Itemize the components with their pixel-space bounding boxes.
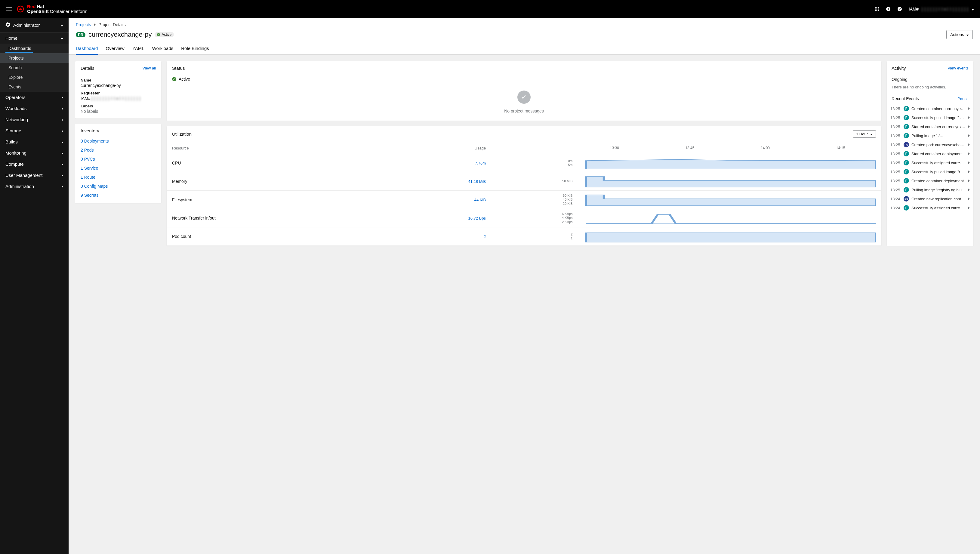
nav-section-networking[interactable]: Networking	[0, 114, 68, 125]
chevron-right-icon	[968, 152, 970, 156]
util-usage[interactable]: 44 KiB	[372, 191, 489, 209]
activity-title: Activity	[892, 65, 906, 71]
view-events-link[interactable]: View events	[948, 66, 969, 70]
breadcrumb: Projects Project Details	[76, 22, 973, 27]
event-row[interactable]: 13:25PSuccessfully pulled image " …	[887, 113, 974, 122]
nav-section-workloads[interactable]: Workloads	[0, 103, 68, 114]
event-message: Created container currencyexcha…	[912, 107, 966, 111]
event-badge: P	[904, 133, 909, 138]
tab-dashboard[interactable]: Dashboard	[76, 43, 98, 54]
sparkline	[577, 230, 876, 242]
tabs: Dashboard Overview YAML Workloads Role B…	[76, 43, 973, 54]
inventory-link[interactable]: 0 PVCs	[81, 157, 156, 161]
util-usage[interactable]: 41.18 MiB	[372, 172, 489, 191]
user-prefix: IAM#	[909, 6, 919, 11]
nav-section-monitoring[interactable]: Monitoring	[0, 147, 68, 159]
nav-item-search[interactable]: Search	[0, 63, 68, 72]
event-time: 13:24	[890, 197, 901, 201]
add-icon[interactable]	[886, 6, 891, 11]
util-resource: Memory	[167, 172, 372, 191]
app-launcher-icon[interactable]	[874, 6, 879, 11]
nav-section-user-management[interactable]: User Management	[0, 170, 68, 181]
inventory-link[interactable]: 2 Pods	[81, 148, 156, 153]
nav-item-events[interactable]: Events	[0, 82, 68, 92]
inventory-link[interactable]: 0 Deployments	[81, 138, 156, 143]
breadcrumb-root[interactable]: Projects	[76, 22, 91, 27]
hamburger-menu[interactable]	[6, 7, 12, 11]
event-badge: P	[904, 151, 909, 156]
inventory-link[interactable]: 9 Secrets	[81, 193, 156, 197]
duration-dropdown[interactable]: 1 Hour	[853, 130, 876, 138]
time-tick: 14:00	[761, 146, 770, 150]
inventory-link[interactable]: 0 Config Maps	[81, 184, 156, 189]
event-row[interactable]: 13:24DCCreated new replication controll…	[887, 194, 974, 203]
chevron-right-icon	[94, 23, 95, 27]
details-name-value: currencyexchange-py	[81, 83, 156, 88]
duration-label: 1 Hour	[856, 132, 868, 136]
tab-overview[interactable]: Overview	[106, 43, 124, 54]
nav-section-home[interactable]: Home	[0, 32, 68, 44]
details-requester-label: Requester	[81, 91, 156, 96]
ongoing-message: There are no ongoing activities.	[887, 85, 974, 93]
event-time: 13:25	[890, 143, 901, 147]
nav-section-compute[interactable]: Compute	[0, 159, 68, 170]
svg-rect-2	[877, 7, 877, 8]
chevron-right-icon	[62, 95, 63, 100]
inventory-link[interactable]: 1 Route	[81, 175, 156, 180]
event-row[interactable]: 13:25PPulling image " /…	[887, 131, 974, 140]
svg-rect-8	[877, 10, 877, 11]
event-row[interactable]: 13:25RCCreated pod: currencyexchange…	[887, 140, 974, 149]
event-badge: P	[904, 160, 909, 166]
event-row[interactable]: 13:25PSuccessfully pulled image "registr…	[887, 167, 974, 176]
details-viewall-link[interactable]: View all	[142, 66, 156, 70]
nav-section-operators[interactable]: Operators	[0, 92, 68, 103]
nav-item-dashboards[interactable]: Dashboards	[0, 44, 68, 53]
util-usage[interactable]: 7.76m	[372, 154, 489, 172]
tab-workloads[interactable]: Workloads	[152, 43, 173, 54]
user-id-redacted: ||||||((o))||||||	[921, 6, 969, 11]
time-tick: 13:45	[685, 146, 694, 150]
check-icon: ✓	[157, 33, 160, 36]
tab-rolebindings[interactable]: Role Bindings	[181, 43, 209, 54]
event-row[interactable]: 13:25PCreated container deployment	[887, 176, 974, 185]
util-resource: Filesystem	[167, 191, 372, 209]
activity-card: Activity View events Ongoing There are n…	[887, 61, 974, 246]
nav-item-explore[interactable]: Explore	[0, 72, 68, 82]
user-menu[interactable]: IAM# ||||||((o))||||||	[909, 6, 974, 11]
util-usage[interactable]: 16.72 Bps	[372, 209, 489, 228]
event-row[interactable]: 13:25PStarted container deployment	[887, 149, 974, 158]
event-row[interactable]: 13:25PStarted container currencyexchan…	[887, 122, 974, 131]
event-message: Started container deployment	[912, 151, 966, 156]
pause-link[interactable]: Pause	[958, 97, 969, 101]
event-row[interactable]: 13:25PCreated container currencyexcha…	[887, 104, 974, 113]
tab-yaml[interactable]: YAML	[132, 43, 145, 54]
breadcrumb-current: Project Details	[99, 22, 126, 27]
gear-icon	[5, 22, 10, 28]
util-usage[interactable]: 2	[372, 228, 489, 246]
nav-section-storage[interactable]: Storage	[0, 125, 68, 136]
util-resource: CPU	[167, 154, 372, 172]
no-messages-text: No project messages	[172, 108, 876, 113]
perspective-switcher[interactable]: Administrator	[0, 18, 68, 32]
event-row[interactable]: 13:25PPulling image "registry.ng.bluemix…	[887, 185, 974, 194]
chevron-right-icon	[968, 134, 970, 137]
details-card: Details View all Name currencyexchange-p…	[75, 61, 161, 118]
inventory-link[interactable]: 1 Service	[81, 166, 156, 170]
chevron-right-icon	[968, 170, 970, 174]
page-header: Projects Project Details PR currencyexch…	[68, 18, 980, 55]
help-icon[interactable]: ?	[897, 6, 902, 11]
actions-dropdown[interactable]: Actions	[946, 30, 973, 39]
nav-item-projects[interactable]: Projects	[0, 53, 68, 63]
svg-rect-3	[878, 7, 879, 8]
chevron-right-icon	[62, 139, 63, 144]
event-row[interactable]: 13:25PSuccessfully assigned currencyex…	[887, 158, 974, 167]
nav-section-administration[interactable]: Administration	[0, 181, 68, 192]
brand-cp: Container Platform	[49, 9, 88, 14]
event-badge: DC	[904, 196, 909, 202]
event-time: 13:25	[890, 107, 901, 111]
event-row[interactable]: 13:24PSuccessfully assigned currencyex…	[887, 203, 974, 212]
nav-home-label: Home	[5, 35, 18, 41]
status-title: Status	[172, 65, 185, 71]
nav-section-builds[interactable]: Builds	[0, 136, 68, 147]
event-time: 13:25	[890, 170, 901, 174]
